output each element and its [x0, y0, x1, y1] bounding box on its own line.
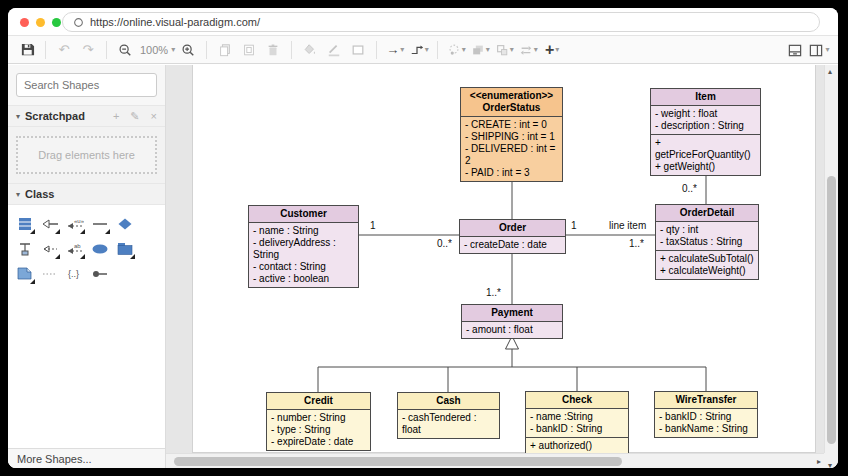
minimize-window-button[interactable] [36, 18, 45, 27]
class-item[interactable]: Item - weight : float - description : St… [650, 88, 761, 176]
port-icon [91, 269, 109, 279]
mult-detail-side[interactable]: 1..* [629, 238, 644, 249]
close-window-button[interactable] [20, 18, 29, 27]
rotate-flip-dropdown[interactable]: ▾ [517, 39, 539, 61]
editor-toolbar: ↶ ↷ 100% ▾ [8, 36, 838, 64]
class-payment[interactable]: Payment - amount : float [461, 304, 563, 339]
zoom-level-dropdown[interactable]: 100% ▾ [138, 39, 175, 61]
fill-color-button[interactable] [299, 39, 321, 61]
package-shape[interactable] [112, 236, 137, 261]
copy-icon [218, 43, 232, 57]
class-shape[interactable] [12, 211, 37, 236]
class-order[interactable]: Order - createDate : date [459, 219, 566, 254]
vertical-scrollbar-thumb[interactable] [827, 176, 836, 444]
scratchpad-add-icon[interactable]: + [113, 110, 119, 122]
diagram-canvas[interactable]: 1 1 0..* 1 line item 1..* 0..* 1..* <<en… [166, 65, 838, 468]
collapse-icon[interactable]: ▾ [16, 112, 20, 121]
zoom-in-button[interactable] [177, 39, 199, 61]
attribute: - taxStatus : String [660, 236, 754, 248]
scroll-down-icon[interactable]: ▾ [828, 461, 832, 468]
vertical-scrollbar[interactable]: ▴ [824, 65, 838, 453]
scratchpad-dropzone[interactable]: Drag elements here [16, 136, 157, 174]
scratchpad-edit-icon[interactable]: ✎ [130, 110, 139, 123]
attribute: - SHIPPING : int = 1 [465, 131, 558, 143]
scratchpad-close-icon[interactable]: × [151, 110, 157, 122]
search-shapes-box[interactable] [16, 73, 157, 97]
collapse-icon[interactable]: ▾ [16, 190, 20, 199]
attribute: - DELIVERED : int = 2 [465, 143, 558, 167]
scratchpad-title: Scratchpad [25, 110, 102, 122]
mult-item-side[interactable]: 0..* [682, 183, 697, 194]
class-check[interactable]: Check - name :String - bankID : String +… [525, 391, 629, 455]
class-orderstatus[interactable]: <<enumeration>> OrderStatus - CREATE : i… [460, 87, 563, 182]
copy-button[interactable] [214, 39, 236, 61]
arrange-dropdown[interactable]: ▾ [469, 39, 491, 61]
attribute: - PAID : int = 3 [465, 167, 558, 179]
undo-button[interactable]: ↶ [53, 39, 75, 61]
diagram-page[interactable]: 1 1 0..* 1 line item 1..* 0..* 1..* <<en… [192, 65, 816, 453]
scroll-right-icon[interactable]: ▸ [817, 457, 821, 466]
class-section-header[interactable]: ▾ Class [8, 183, 165, 205]
address-bar[interactable]: https://online.visual-paradigm.com/ [62, 12, 820, 32]
attributes: - number : String - type : String - expi… [267, 410, 370, 450]
note-shape[interactable] [12, 261, 37, 286]
usage-shape[interactable]: «u» [62, 211, 87, 236]
association-shape[interactable] [87, 211, 112, 236]
browser-window: https://online.visual-paradigm.com/ ↶ ↷ … [8, 8, 838, 468]
format-panel-toggle[interactable] [784, 39, 806, 61]
group-dropdown[interactable]: ▾ [493, 39, 515, 61]
redo-button[interactable]: ↷ [77, 39, 99, 61]
zoom-out-button[interactable] [114, 39, 136, 61]
plus-icon: + [545, 42, 554, 58]
constraint-shape[interactable]: {..} [62, 261, 87, 286]
connector-style-dropdown[interactable]: ▾ [408, 39, 430, 61]
mult-order-right[interactable]: 1 [571, 220, 577, 231]
class-name: Credit [267, 393, 370, 410]
class-orderdetail[interactable]: OrderDetail - qty : int - taxStatus : St… [655, 204, 759, 280]
class-cash[interactable]: Cash - cashTendered : float [397, 392, 500, 439]
reload-icon[interactable] [73, 17, 84, 28]
attribute: - bankID : String [530, 423, 624, 435]
generalization-shape[interactable] [37, 211, 62, 236]
class-wiretransfer[interactable]: WireTransfer - bankID : String - bankNam… [654, 391, 758, 438]
delete-button[interactable] [262, 39, 284, 61]
oval-shape[interactable] [87, 236, 112, 261]
search-input[interactable] [24, 79, 166, 91]
svg-text:«u»: «u» [74, 218, 84, 224]
class-customer[interactable]: Customer - name : String - deliveryAddre… [248, 205, 359, 288]
realization-shape[interactable]: ab [62, 236, 87, 261]
mult-customer-side[interactable]: 1 [370, 220, 376, 231]
sidebar-panel-toggle[interactable]: ▾ [808, 39, 830, 61]
aggregation-shape[interactable] [112, 211, 137, 236]
dependency-shape[interactable] [37, 236, 62, 261]
select-tool-dropdown[interactable]: ▾ [445, 39, 467, 61]
role-line-item[interactable]: line item [609, 220, 646, 231]
class-section-title: Class [25, 188, 157, 200]
mult-order-left[interactable]: 0..* [437, 238, 452, 249]
connector-arrow-dropdown[interactable]: → ▾ [384, 39, 406, 61]
url-text[interactable]: https://online.visual-paradigm.com/ [90, 16, 260, 28]
save-button[interactable] [16, 39, 38, 61]
insert-dropdown[interactable]: + ▾ [541, 39, 563, 61]
port-shape[interactable] [87, 261, 112, 286]
save-icon [20, 42, 35, 57]
dashed-line-shape[interactable] [37, 261, 62, 286]
chevron-down-icon: ▾ [486, 46, 490, 54]
operation: + getPriceForQuantity() [655, 137, 756, 161]
scrollbar-corner: ▾ [824, 453, 838, 468]
dashed-line-icon [41, 270, 59, 278]
class-credit[interactable]: Credit - number : String - type : String… [266, 392, 371, 451]
scratchpad-header[interactable]: ▾ Scratchpad + ✎ × [8, 105, 165, 127]
anchor-shape[interactable] [12, 236, 37, 261]
attribute: - bankID : String [659, 411, 753, 423]
scroll-up-icon[interactable]: ▴ [828, 67, 832, 76]
line-color-button[interactable] [323, 39, 345, 61]
zoom-window-button[interactable] [52, 18, 61, 27]
mult-payment-side[interactable]: 1..* [486, 287, 501, 298]
shape-style-button[interactable] [347, 39, 369, 61]
horizontal-scrollbar-thumb[interactable] [174, 457, 622, 466]
paste-button[interactable] [238, 39, 260, 61]
chevron-down-icon: ▾ [510, 46, 514, 54]
horizontal-scrollbar[interactable]: ▸ [166, 453, 824, 468]
more-shapes-link[interactable]: More Shapes... [17, 453, 92, 465]
